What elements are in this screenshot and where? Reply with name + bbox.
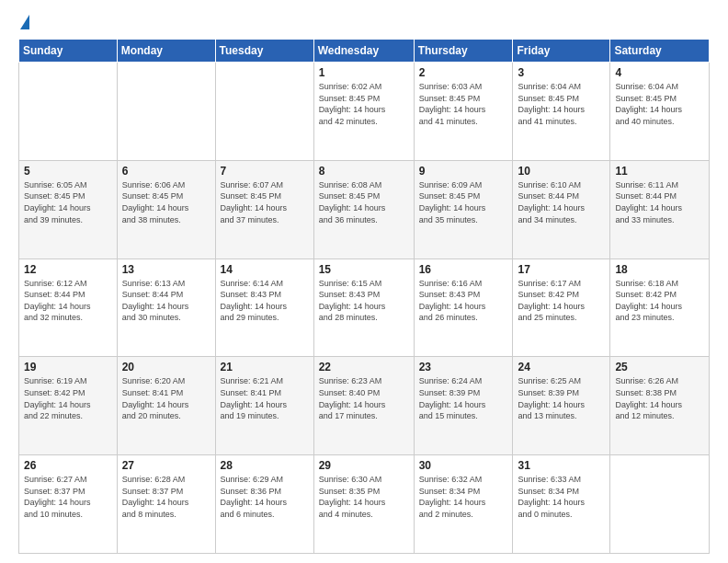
day-info: Sunrise: 6:15 AM Sunset: 8:43 PM Dayligh…	[319, 278, 409, 324]
day-info: Sunrise: 6:05 AM Sunset: 8:45 PM Dayligh…	[24, 179, 112, 225]
day-info: Sunrise: 6:07 AM Sunset: 8:45 PM Dayligh…	[221, 179, 309, 225]
day-number: 28	[221, 459, 309, 472]
day-number: 25	[615, 361, 704, 373]
calendar-cell: 20Sunrise: 6:20 AM Sunset: 8:41 PM Dayli…	[117, 357, 215, 455]
page: SundayMondayTuesdayWednesdayThursdayFrid…	[0, 0, 728, 563]
calendar-cell: 2Sunrise: 6:03 AM Sunset: 8:45 PM Daylig…	[414, 63, 513, 161]
day-info: Sunrise: 6:16 AM Sunset: 8:43 PM Dayligh…	[419, 278, 508, 324]
calendar-cell: 13Sunrise: 6:13 AM Sunset: 8:44 PM Dayli…	[117, 259, 215, 357]
day-number: 21	[221, 361, 309, 373]
calendar-table: SundayMondayTuesdayWednesdayThursdayFrid…	[18, 39, 710, 554]
calendar-week-2: 5Sunrise: 6:05 AM Sunset: 8:45 PM Daylig…	[19, 160, 710, 259]
calendar-cell: 3Sunrise: 6:04 AM Sunset: 8:45 PM Daylig…	[513, 63, 610, 161]
weekday-header-friday: Friday	[513, 40, 610, 63]
day-number: 10	[518, 165, 605, 178]
day-info: Sunrise: 6:30 AM Sunset: 8:35 PM Dayligh…	[319, 474, 409, 520]
weekday-header-wednesday: Wednesday	[313, 40, 414, 63]
weekday-header-tuesday: Tuesday	[215, 40, 313, 63]
weekday-header-saturday: Saturday	[610, 40, 710, 63]
day-number: 15	[319, 263, 409, 276]
calendar-cell	[215, 63, 313, 161]
calendar-cell	[117, 63, 215, 161]
calendar-cell: 8Sunrise: 6:08 AM Sunset: 8:45 PM Daylig…	[313, 160, 414, 259]
calendar-cell: 12Sunrise: 6:12 AM Sunset: 8:44 PM Dayli…	[19, 259, 118, 357]
day-number: 9	[419, 165, 508, 178]
day-info: Sunrise: 6:14 AM Sunset: 8:43 PM Dayligh…	[221, 278, 309, 324]
logo-triangle-icon	[20, 15, 29, 29]
day-number: 13	[122, 263, 210, 276]
day-info: Sunrise: 6:04 AM Sunset: 8:45 PM Dayligh…	[518, 81, 605, 127]
day-info: Sunrise: 6:03 AM Sunset: 8:45 PM Dayligh…	[419, 81, 508, 127]
day-info: Sunrise: 6:08 AM Sunset: 8:45 PM Dayligh…	[319, 179, 409, 225]
day-info: Sunrise: 6:28 AM Sunset: 8:37 PM Dayligh…	[122, 474, 210, 520]
day-info: Sunrise: 6:33 AM Sunset: 8:34 PM Dayligh…	[518, 474, 605, 520]
day-info: Sunrise: 6:23 AM Sunset: 8:40 PM Dayligh…	[319, 375, 409, 421]
day-number: 23	[419, 361, 508, 373]
day-number: 26	[24, 459, 112, 472]
day-number: 22	[319, 361, 409, 373]
day-number: 16	[419, 263, 508, 276]
calendar-cell: 26Sunrise: 6:27 AM Sunset: 8:37 PM Dayli…	[19, 455, 118, 554]
calendar-week-3: 12Sunrise: 6:12 AM Sunset: 8:44 PM Dayli…	[19, 259, 710, 357]
calendar-week-5: 26Sunrise: 6:27 AM Sunset: 8:37 PM Dayli…	[19, 455, 710, 554]
calendar-cell: 19Sunrise: 6:19 AM Sunset: 8:42 PM Dayli…	[19, 357, 118, 455]
day-number: 8	[319, 165, 409, 178]
day-number: 29	[319, 459, 409, 472]
calendar-cell: 27Sunrise: 6:28 AM Sunset: 8:37 PM Dayli…	[117, 455, 215, 554]
calendar-cell: 4Sunrise: 6:04 AM Sunset: 8:45 PM Daylig…	[610, 63, 710, 161]
day-number: 4	[615, 66, 704, 79]
day-number: 18	[615, 263, 704, 276]
day-info: Sunrise: 6:06 AM Sunset: 8:45 PM Dayligh…	[122, 179, 210, 225]
day-number: 11	[615, 165, 704, 178]
day-number: 1	[319, 66, 409, 79]
weekday-header-thursday: Thursday	[414, 40, 513, 63]
day-number: 20	[122, 361, 210, 373]
day-number: 14	[221, 263, 309, 276]
calendar-cell: 11Sunrise: 6:11 AM Sunset: 8:44 PM Dayli…	[610, 160, 710, 259]
calendar-cell: 31Sunrise: 6:33 AM Sunset: 8:34 PM Dayli…	[513, 455, 610, 554]
day-info: Sunrise: 6:29 AM Sunset: 8:36 PM Dayligh…	[221, 474, 309, 520]
day-number: 2	[419, 66, 508, 79]
day-info: Sunrise: 6:19 AM Sunset: 8:42 PM Dayligh…	[24, 375, 112, 421]
calendar-cell: 16Sunrise: 6:16 AM Sunset: 8:43 PM Dayli…	[414, 259, 513, 357]
day-number: 17	[518, 263, 605, 276]
day-number: 5	[24, 165, 112, 178]
calendar-cell: 23Sunrise: 6:24 AM Sunset: 8:39 PM Dayli…	[414, 357, 513, 455]
weekday-header-monday: Monday	[117, 40, 215, 63]
weekday-header-row: SundayMondayTuesdayWednesdayThursdayFrid…	[19, 40, 710, 63]
day-number: 24	[518, 361, 605, 373]
calendar-cell: 9Sunrise: 6:09 AM Sunset: 8:45 PM Daylig…	[414, 160, 513, 259]
calendar-cell	[19, 63, 118, 161]
day-info: Sunrise: 6:26 AM Sunset: 8:38 PM Dayligh…	[615, 375, 704, 421]
day-info: Sunrise: 6:04 AM Sunset: 8:45 PM Dayligh…	[615, 81, 704, 127]
day-info: Sunrise: 6:10 AM Sunset: 8:44 PM Dayligh…	[518, 179, 605, 225]
day-info: Sunrise: 6:24 AM Sunset: 8:39 PM Dayligh…	[419, 375, 508, 421]
calendar-cell: 7Sunrise: 6:07 AM Sunset: 8:45 PM Daylig…	[215, 160, 313, 259]
calendar-cell	[610, 455, 710, 554]
calendar-cell: 30Sunrise: 6:32 AM Sunset: 8:34 PM Dayli…	[414, 455, 513, 554]
calendar-cell: 25Sunrise: 6:26 AM Sunset: 8:38 PM Dayli…	[610, 357, 710, 455]
day-info: Sunrise: 6:32 AM Sunset: 8:34 PM Dayligh…	[419, 474, 508, 520]
day-info: Sunrise: 6:02 AM Sunset: 8:45 PM Dayligh…	[319, 81, 409, 127]
day-info: Sunrise: 6:12 AM Sunset: 8:44 PM Dayligh…	[24, 278, 112, 324]
day-info: Sunrise: 6:13 AM Sunset: 8:44 PM Dayligh…	[122, 278, 210, 324]
day-number: 6	[122, 165, 210, 178]
day-info: Sunrise: 6:21 AM Sunset: 8:41 PM Dayligh…	[221, 375, 309, 421]
day-info: Sunrise: 6:11 AM Sunset: 8:44 PM Dayligh…	[615, 179, 704, 225]
calendar-cell: 22Sunrise: 6:23 AM Sunset: 8:40 PM Dayli…	[313, 357, 414, 455]
calendar-cell: 21Sunrise: 6:21 AM Sunset: 8:41 PM Dayli…	[215, 357, 313, 455]
calendar-cell: 5Sunrise: 6:05 AM Sunset: 8:45 PM Daylig…	[19, 160, 118, 259]
day-number: 30	[419, 459, 508, 472]
calendar-cell: 28Sunrise: 6:29 AM Sunset: 8:36 PM Dayli…	[215, 455, 313, 554]
calendar-cell: 6Sunrise: 6:06 AM Sunset: 8:45 PM Daylig…	[117, 160, 215, 259]
calendar-cell: 17Sunrise: 6:17 AM Sunset: 8:42 PM Dayli…	[513, 259, 610, 357]
day-number: 12	[24, 263, 112, 276]
calendar-cell: 24Sunrise: 6:25 AM Sunset: 8:39 PM Dayli…	[513, 357, 610, 455]
calendar-cell: 18Sunrise: 6:18 AM Sunset: 8:42 PM Dayli…	[610, 259, 710, 357]
day-number: 27	[122, 459, 210, 472]
day-info: Sunrise: 6:09 AM Sunset: 8:45 PM Dayligh…	[419, 179, 508, 225]
calendar-cell: 10Sunrise: 6:10 AM Sunset: 8:44 PM Dayli…	[513, 160, 610, 259]
day-number: 3	[518, 66, 605, 79]
logo	[18, 15, 29, 29]
day-number: 19	[24, 361, 112, 373]
